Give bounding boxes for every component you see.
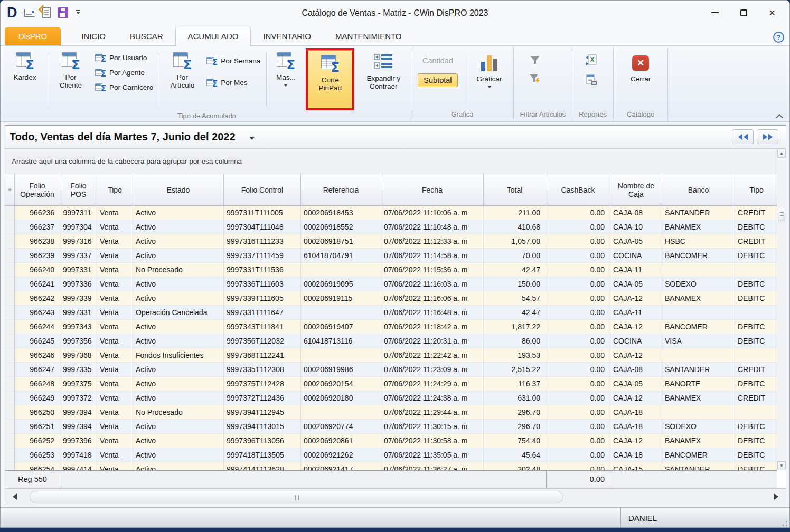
cell-folio-control[interactable]: 9997339T111605 bbox=[224, 291, 301, 306]
cell-fecha[interactable]: 07/06/2022 11:20:31 a. m bbox=[381, 334, 484, 348]
cell-folio-control[interactable]: 9997331T111536 bbox=[224, 263, 301, 277]
cell-total[interactable]: 70.00 bbox=[484, 249, 546, 263]
cell-cashback[interactable]: 0.00 bbox=[546, 220, 610, 234]
cantidad-button[interactable]: Cantidad bbox=[422, 56, 453, 65]
cell-nombre-de-caja[interactable]: COCINA bbox=[610, 249, 662, 263]
cell-total[interactable]: 296.70 bbox=[484, 420, 546, 434]
cell-banco[interactable]: SODEXO bbox=[662, 277, 735, 291]
cell-folio-pos[interactable]: 9997394 bbox=[60, 405, 97, 420]
cell-nombre-de-caja[interactable]: CAJA-08 bbox=[610, 206, 662, 220]
cell-fecha[interactable]: 07/06/2022 11:18:42 a. m bbox=[381, 320, 484, 334]
filter-clear-icon[interactable] bbox=[529, 74, 541, 83]
table-row[interactable]: 9662529997396VentaActivo9997396T11305600… bbox=[5, 434, 777, 448]
vertical-scrollbar[interactable]: ▲ ▼ bbox=[777, 149, 786, 470]
cell-folio-pos[interactable]: 9997304 bbox=[60, 220, 97, 234]
cell-referencia[interactable]: 000206919407 bbox=[301, 320, 381, 334]
cell-total[interactable]: 193.53 bbox=[484, 348, 546, 363]
cell-nombre-de-caja[interactable]: CAJA-12 bbox=[610, 291, 662, 306]
cell-folio-pos[interactable]: 9997336 bbox=[60, 277, 97, 291]
cell-referencia[interactable]: 000206919115 bbox=[301, 291, 381, 306]
cell-folio-control[interactable]: 9997331T111647 bbox=[224, 306, 301, 320]
cell-tipo[interactable]: DEBITC bbox=[735, 249, 777, 263]
column-header-nombre-de-caja[interactable]: Nombre de Caja bbox=[610, 174, 662, 205]
expandir-y-contraer-button[interactable]: Expandir y Contraer bbox=[357, 48, 410, 107]
cell-tipo[interactable] bbox=[735, 405, 777, 420]
mas-button[interactable]: Σ Mas... bbox=[268, 48, 303, 107]
cell-folio-pos[interactable]: 9997375 bbox=[60, 377, 97, 391]
por-usuario-button[interactable]: ΣPor Usuario bbox=[95, 53, 153, 62]
cell-tipo[interactable] bbox=[735, 348, 777, 363]
tab-buscar[interactable]: BUSCAR bbox=[118, 27, 175, 45]
cell-nombre-de-caja[interactable]: CAJA-12 bbox=[610, 434, 662, 448]
tab-inventario[interactable]: INVENTARIO bbox=[251, 27, 323, 45]
cell-referencia[interactable]: 610418704791 bbox=[301, 249, 381, 263]
cell-cashback[interactable]: 0.00 bbox=[546, 206, 610, 220]
cell-folio-pos[interactable]: 9997337 bbox=[60, 249, 97, 263]
cell-folio-pos[interactable]: 9997356 bbox=[60, 334, 97, 348]
cell-banco[interactable]: SANTANDER bbox=[662, 206, 735, 220]
cell-folio-control[interactable]: 9997336T111603 bbox=[224, 277, 301, 291]
cell-referencia[interactable]: 000206921417 bbox=[301, 462, 381, 470]
cell-banco[interactable]: BANCOMER bbox=[662, 448, 735, 462]
cell-tipo[interactable]: Venta bbox=[97, 448, 133, 462]
cell-fecha[interactable]: 07/06/2022 11:16:03 a. m bbox=[381, 277, 484, 291]
cell-referencia[interactable] bbox=[301, 263, 381, 277]
cell-folio-operacion[interactable]: 966248 bbox=[15, 377, 60, 391]
cell-fecha[interactable]: 07/06/2022 11:30:58 a. m bbox=[381, 434, 484, 448]
cell-referencia[interactable] bbox=[301, 348, 381, 363]
cell-tipo[interactable]: DEBITC bbox=[735, 277, 777, 291]
cell-tipo[interactable]: Venta bbox=[97, 363, 133, 377]
cell-fecha[interactable]: 07/06/2022 11:29:44 a. m bbox=[381, 405, 484, 420]
cell-folio-control[interactable]: 9997394T113015 bbox=[224, 420, 301, 434]
cell-folio-operacion[interactable]: 966251 bbox=[15, 420, 60, 434]
cell-cashback[interactable]: 0.00 bbox=[546, 320, 610, 334]
cell-total[interactable]: 54.57 bbox=[484, 291, 546, 306]
cell-referencia[interactable] bbox=[301, 306, 381, 320]
cell-fecha[interactable]: 07/06/2022 11:15:36 a. m bbox=[381, 263, 484, 277]
cell-cashback[interactable]: 0.00 bbox=[546, 306, 610, 320]
horizontal-scroll-thumb[interactable] bbox=[30, 491, 563, 504]
cell-folio-pos[interactable]: 9997396 bbox=[60, 434, 97, 448]
cell-total[interactable]: 86.00 bbox=[484, 334, 546, 348]
cell-folio-pos[interactable]: 9997331 bbox=[60, 263, 97, 277]
cell-banco[interactable]: BANAMEX bbox=[662, 434, 735, 448]
cell-folio-control[interactable]: 9997316T111233 bbox=[224, 234, 301, 249]
cell-nombre-de-caja[interactable]: COCINA bbox=[610, 334, 662, 348]
cell-tipo[interactable]: Venta bbox=[97, 462, 133, 470]
column-header-tipo[interactable]: Tipo bbox=[735, 174, 777, 205]
column-header-folio-operacion[interactable]: Folio Operación bbox=[15, 174, 60, 205]
scroll-right-icon[interactable] bbox=[774, 493, 782, 500]
cell-tipo[interactable]: DEBITC bbox=[735, 420, 777, 434]
cell-folio-pos[interactable]: 9997316 bbox=[60, 234, 97, 249]
cell-banco[interactable]: BANAMEX bbox=[662, 391, 735, 405]
cell-banco[interactable] bbox=[662, 348, 735, 363]
grid-title-dropdown-icon[interactable] bbox=[249, 137, 255, 142]
cell-folio-operacion[interactable]: 966241 bbox=[15, 277, 60, 291]
maximize-button[interactable] bbox=[731, 4, 756, 22]
cell-folio-pos[interactable]: 9997335 bbox=[60, 363, 97, 377]
cell-tipo[interactable]: Venta bbox=[97, 206, 133, 220]
close-button[interactable]: × bbox=[760, 4, 784, 22]
cell-estado[interactable]: Activo bbox=[133, 462, 224, 470]
cell-folio-pos[interactable]: 9997331 bbox=[60, 306, 97, 320]
cell-folio-control[interactable]: 9997311T111005 bbox=[224, 206, 301, 220]
column-header-cashback[interactable]: CashBack bbox=[546, 174, 610, 205]
cell-total[interactable]: 754.40 bbox=[484, 434, 546, 448]
cell-folio-operacion[interactable]: 966239 bbox=[15, 249, 60, 263]
cerrar-button[interactable]: Cerrar bbox=[631, 75, 651, 83]
cell-estado[interactable]: Activo bbox=[133, 334, 224, 348]
cell-total[interactable]: 211.00 bbox=[484, 206, 546, 220]
por-carnicero-button[interactable]: ΣPor Carnicero bbox=[95, 83, 153, 92]
column-header-fecha[interactable]: Fecha bbox=[381, 174, 484, 205]
cell-banco[interactable] bbox=[662, 263, 735, 277]
cell-cashback[interactable]: 0.00 bbox=[546, 348, 610, 363]
table-row[interactable]: 9662479997335VentaActivo9997335T11230800… bbox=[5, 363, 777, 377]
cell-tipo[interactable]: DEBITC bbox=[735, 434, 777, 448]
cell-tipo[interactable]: DEBITC bbox=[735, 334, 777, 348]
tab-dispro[interactable]: DisPRO bbox=[5, 27, 61, 45]
cell-tipo[interactable]: Venta bbox=[97, 249, 133, 263]
report-print-icon[interactable] bbox=[585, 74, 598, 86]
cell-total[interactable]: 42.47 bbox=[484, 263, 546, 277]
cell-total[interactable]: 410.68 bbox=[484, 220, 546, 234]
cell-tipo[interactable]: Venta bbox=[97, 220, 133, 234]
